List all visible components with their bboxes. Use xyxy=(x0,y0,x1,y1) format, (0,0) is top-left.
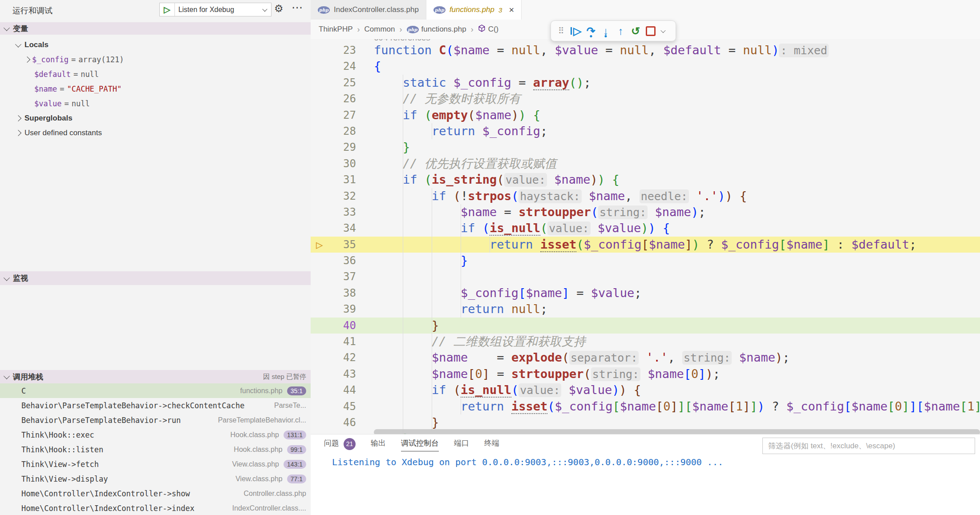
code-token: $value xyxy=(598,221,641,235)
breadcrumb-item[interactable]: Common xyxy=(364,25,395,34)
code-token xyxy=(374,76,403,89)
horizontal-scrollbar[interactable] xyxy=(374,429,980,434)
stack-frame[interactable]: Think\Hook::execHook.class.php131:1 xyxy=(0,427,311,442)
chevron-down-icon[interactable] xyxy=(659,23,672,39)
stack-frame[interactable]: Home\Controller\IndexController->indexIn… xyxy=(0,501,311,515)
code-token: strtoupper xyxy=(511,367,584,381)
panel-tab[interactable]: 端口 xyxy=(454,438,469,451)
variable-row[interactable]: $default = null xyxy=(0,67,311,81)
code-text: return isset($_config[$name[0]][$name[1]… xyxy=(374,398,980,414)
step-into-icon[interactable]: ↓ xyxy=(599,23,612,39)
continue-icon[interactable]: ▷ xyxy=(569,23,583,39)
code-line[interactable]: 25 static $_config = array(); xyxy=(311,75,980,91)
variables-section-header[interactable]: 变量 xyxy=(0,22,311,35)
code-line[interactable]: 36 } xyxy=(311,253,980,269)
scope-locals[interactable]: Locals xyxy=(0,37,311,52)
variable-row[interactable]: $value = null xyxy=(0,96,311,111)
code-line[interactable]: 32 if (!strpos(haystack: $name, needle: … xyxy=(311,188,980,204)
callstack-section-header[interactable]: 调用堆栈 因 step 已暂停 xyxy=(0,370,311,383)
code-line[interactable]: 27 if (empty($name)) { xyxy=(311,107,980,123)
variable-row[interactable]: $_config = array(121) xyxy=(0,52,311,67)
stack-frame[interactable]: Think\Hook::listenHook.class.php99:1 xyxy=(0,442,311,457)
code-token: string: xyxy=(591,367,640,381)
code-line[interactable]: 45 return isset($_config[$name[0]][$name… xyxy=(311,398,980,414)
stack-frame[interactable]: Home\Controller\IndexController->showCon… xyxy=(0,486,311,501)
code-line[interactable]: 29 } xyxy=(311,139,980,155)
code-token: null xyxy=(511,43,540,57)
code-token xyxy=(374,286,461,300)
chevron-right-icon: › xyxy=(400,25,402,34)
panel-tab[interactable]: 问题21 xyxy=(324,438,356,452)
code-token xyxy=(627,383,634,397)
editor-tab[interactable]: functions.php3× xyxy=(426,0,522,20)
code-line[interactable]: 42 $name = explode(separator: '.', strin… xyxy=(311,350,980,366)
code-line[interactable]: 24{ xyxy=(311,58,980,74)
restart-icon[interactable]: ↺ xyxy=(629,23,642,39)
code-token xyxy=(561,383,568,397)
code-token: strpos xyxy=(468,189,511,203)
start-debugging-icon[interactable]: ▷ xyxy=(160,3,175,16)
stack-frame[interactable]: Behavior\ParseTemplateBehavior->runParse… xyxy=(0,413,311,427)
scope-row[interactable]: User defined constants xyxy=(0,125,311,140)
code-token: ; xyxy=(540,302,547,316)
watch-section-header[interactable]: 监视 xyxy=(0,271,311,285)
code-line[interactable]: 33 $name = strtoupper(string: $name); xyxy=(311,204,980,220)
panel-tab[interactable]: 调试控制台 xyxy=(401,438,439,451)
variable-row[interactable]: $name = "CACHE_PATH" xyxy=(0,81,311,96)
variable-value: null xyxy=(81,70,99,79)
code-token: ) xyxy=(641,221,648,235)
code-text: $name[0] = strtoupper(string: $name[0]); xyxy=(374,366,720,382)
code-line[interactable]: 46 } xyxy=(311,414,980,431)
code-token: [ xyxy=(685,399,692,413)
scope-locals-label: Locals xyxy=(24,40,49,49)
stack-frame[interactable]: Behavior\ParseTemplateBehavior->checkCon… xyxy=(0,398,311,413)
code-line[interactable]: 26 // 无参数时获取所有 xyxy=(311,91,980,107)
code-line[interactable]: 31 if (is_string(value: $name)) { xyxy=(311,172,980,188)
code-line[interactable]: 34 if (is_null(value: $value)) { xyxy=(311,220,980,236)
panel-tab[interactable]: 终端 xyxy=(484,438,499,451)
gear-icon[interactable]: ⚙ xyxy=(274,4,283,14)
code-line[interactable]: 37 xyxy=(311,269,980,285)
editor-tab[interactable]: IndexController.class.php xyxy=(311,0,426,20)
code-line[interactable]: 38 $_config[$name] = $value; xyxy=(311,285,980,301)
code-token xyxy=(374,92,403,105)
code-line[interactable]: 30 // 优先执行设置获取或赋值 xyxy=(311,156,980,172)
breadcrumb-item[interactable]: C() xyxy=(478,24,499,34)
code-token: 0 xyxy=(895,399,902,413)
launch-config-select[interactable]: ▷ Listen for Xdebug xyxy=(159,3,271,16)
code-token: ) xyxy=(705,367,713,381)
code-editor[interactable]: 694 references 23function C($name = null… xyxy=(311,39,980,434)
code-text: $_config[$name] = $value; xyxy=(374,285,642,301)
stack-frame[interactable]: Think\View->displayView.class.php77:1 xyxy=(0,471,311,486)
stop-icon[interactable] xyxy=(644,23,657,39)
console-filter-input[interactable] xyxy=(762,438,975,454)
close-icon[interactable]: × xyxy=(509,5,514,15)
code-line[interactable]: 39 return null; xyxy=(311,301,980,317)
stack-frame[interactable]: Think\View->fetchView.class.php143:1 xyxy=(0,457,311,471)
variable-name: $name xyxy=(34,84,57,93)
code-line[interactable]: 40 } xyxy=(311,318,980,334)
debug-console-output[interactable]: Listening to Xdebug on port 0.0.0.0:9003… xyxy=(332,457,723,469)
scope-rows: SuperglobalsUser defined constants xyxy=(0,111,311,140)
more-actions-icon[interactable]: ⋯ xyxy=(292,1,303,14)
breadcrumb-item[interactable]: functions.php xyxy=(407,25,466,34)
drag-handle-icon[interactable]: ⠿ xyxy=(555,23,568,39)
code-line[interactable]: 44 if (is_null(value: $value)) { xyxy=(311,382,980,398)
code-line[interactable]: 23function C($name = null, $value = null… xyxy=(311,42,980,58)
code-line[interactable]: ▷35 return isset($_config[$name]) ? $_co… xyxy=(311,237,980,253)
panel-tab[interactable]: 输出 xyxy=(371,438,386,451)
step-out-icon[interactable]: ↑ xyxy=(614,23,628,39)
code-line[interactable]: 28 return $_config; xyxy=(311,123,980,139)
code-token: () xyxy=(569,76,584,89)
code-line[interactable]: 43 $name[0] = strtoupper(string: $name[0… xyxy=(311,366,980,382)
breadcrumb-item[interactable]: ThinkPHP xyxy=(319,25,353,34)
stack-frame-name: Think\Hook::exec xyxy=(21,431,94,439)
stack-frame[interactable]: Cfunctions.php35:1 xyxy=(0,383,311,398)
code-token: { xyxy=(740,189,747,203)
breadcrumb-label: C() xyxy=(488,25,499,34)
code-token: separator: xyxy=(569,351,639,365)
scope-row[interactable]: Superglobals xyxy=(0,111,311,125)
step-over-icon[interactable]: ↷ xyxy=(584,23,598,39)
code-line[interactable]: 41 // 二维数组设置和获取支持 xyxy=(311,334,980,350)
code-token: { xyxy=(663,221,670,235)
